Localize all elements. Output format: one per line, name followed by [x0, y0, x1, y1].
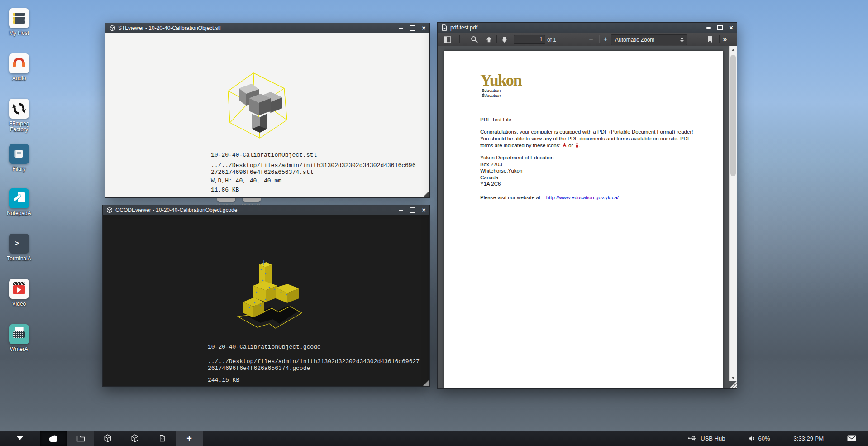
- scroll-down-button[interactable]: [730, 374, 737, 381]
- taskbar-gcodeviewer-button[interactable]: [121, 431, 148, 446]
- gcode-path-line1: ../../Desktop/files/admin/inith31302d323…: [208, 358, 420, 365]
- resize-grip[interactable]: [423, 379, 429, 386]
- sidebar-toggle-button[interactable]: [441, 34, 453, 45]
- paragraph-or: or: [568, 143, 573, 148]
- gcode-filename: 10-20-40-CalibrationObject.gcode: [208, 344, 420, 350]
- gcodeviewer-window: GCODEviewer - 10-20-40-CalibrationObject…: [102, 205, 430, 387]
- stlviewer-titlebar[interactable]: STLviewer - 10-20-40-CalibrationObject.s…: [105, 23, 429, 33]
- desktop-icon-writera[interactable]: WriterA: [4, 324, 34, 352]
- cube-icon: [109, 25, 115, 31]
- scroll-up-button[interactable]: [730, 46, 737, 53]
- minimize-button[interactable]: [706, 27, 711, 29]
- gcode-canvas: 10-20-40-CalibrationObject.gcode ../../D…: [103, 215, 429, 386]
- stl-dimensions: W,D,H: 40, 40, 40 mm: [211, 177, 415, 184]
- yukon-logo: Yukon Education Éducation: [480, 72, 521, 98]
- pdf-viewer-window: pdf-test.pdf × of 1 −: [437, 22, 737, 389]
- visit-text: Please visit our website at:: [480, 195, 542, 200]
- maximize-button[interactable]: [410, 25, 415, 31]
- pdf-scrollbar[interactable]: [729, 46, 737, 381]
- stlviewer-window: STLviewer - 10-20-40-CalibrationObject.s…: [105, 23, 430, 198]
- taskbar-stlviewer-button[interactable]: [94, 431, 121, 446]
- logo-subtitle-fr: Éducation: [482, 93, 521, 98]
- desktop-icon-video[interactable]: Video: [4, 279, 34, 307]
- server-icon: [9, 8, 29, 28]
- cloud-icon: [48, 435, 59, 442]
- desktop-icon-my-host[interactable]: My Host: [4, 8, 34, 36]
- desktop-icon-label: WriterA: [4, 346, 34, 352]
- visit-line: Please visit our website at: http://www.…: [480, 194, 619, 201]
- tray-clock[interactable]: 3:33:29 PM: [782, 435, 836, 442]
- usb-icon: [688, 436, 697, 441]
- website-link[interactable]: http://www.education.gov.yk.ca/: [546, 195, 619, 200]
- search-button[interactable]: [468, 34, 480, 45]
- zoom-out-button[interactable]: −: [585, 34, 597, 44]
- acrobat-form-icon: [562, 143, 567, 148]
- window-title: pdf-test.pdf: [450, 24, 702, 31]
- stl-filesize: 11.86 KB: [211, 187, 415, 193]
- tray-volume[interactable]: 60%: [737, 435, 782, 442]
- stl-file-info: 10-20-40-CalibrationObject.stl ../../Des…: [211, 152, 415, 193]
- pdf-form-icon: [575, 143, 579, 148]
- taskbar-cloud-button[interactable]: [40, 431, 67, 446]
- previous-page-button[interactable]: [483, 34, 495, 45]
- taskbar-show-apps-button[interactable]: [0, 431, 40, 446]
- bookmark-button[interactable]: [704, 34, 715, 45]
- pdf-titlebar[interactable]: pdf-test.pdf ×: [438, 23, 737, 33]
- maximize-button[interactable]: [410, 207, 415, 213]
- stl-path-line1: ../../Desktop/files/admin/inith31302d323…: [211, 162, 415, 169]
- maximize-button[interactable]: [717, 25, 723, 30]
- book-icon: [9, 144, 29, 164]
- desktop-icon-filary[interactable]: Filary: [4, 144, 34, 172]
- address-line: Yukon Department of Education: [480, 154, 553, 161]
- toolbar-separator: [719, 35, 720, 43]
- close-button[interactable]: ×: [422, 207, 426, 213]
- cube-icon: [131, 434, 139, 442]
- note-pen-icon: [9, 188, 29, 208]
- desktop-icon-notepada[interactable]: NotepadA: [4, 188, 34, 216]
- taskbar: + USB Hub 60: [0, 431, 868, 446]
- close-button[interactable]: ×: [422, 25, 426, 31]
- desktop-icon-label: My Host: [4, 30, 34, 36]
- next-page-button[interactable]: [498, 34, 510, 45]
- gcodeviewer-titlebar[interactable]: GCODEviewer - 10-20-40-CalibrationObject…: [103, 205, 429, 215]
- more-tools-button[interactable]: »: [723, 35, 727, 44]
- tray-usb[interactable]: USB Hub: [676, 435, 737, 442]
- select-spinner-icon: [677, 35, 687, 45]
- gcode-file-info: 10-20-40-CalibrationObject.gcode ../../D…: [208, 344, 420, 384]
- headphones-icon: [9, 53, 29, 73]
- minimize-button[interactable]: [399, 28, 403, 29]
- page-number-input[interactable]: [514, 35, 545, 44]
- resize-grip[interactable]: [423, 191, 429, 197]
- desktop-icon-audio[interactable]: Audio: [4, 53, 34, 82]
- cube-icon: [104, 434, 112, 442]
- stl-path-line2: 2726174696f6e4f626a656374.stl: [211, 169, 415, 176]
- taskbar-pdf-button[interactable]: [148, 431, 176, 446]
- paragraph-text: Congratulations, your computer is equipp…: [480, 129, 693, 148]
- scrollbar-thumb[interactable]: [730, 55, 736, 176]
- desktop-icon-terminala[interactable]: >_ TerminalA: [4, 234, 34, 262]
- usb-label: USB Hub: [701, 435, 725, 442]
- zoom-in-button[interactable]: +: [600, 34, 611, 44]
- zoom-level-select[interactable]: Automatic Zoom: [611, 34, 687, 45]
- tray-messages[interactable]: [835, 435, 868, 441]
- address-line: Whitehorse,Yukon: [480, 168, 553, 174]
- close-button[interactable]: ×: [729, 24, 733, 31]
- taskbar-new-button[interactable]: +: [176, 431, 203, 446]
- logo-wordmark: Yukon: [480, 72, 521, 88]
- desktop-icon-label: Video: [4, 301, 34, 307]
- desktop-icon-label: NotepadA: [4, 211, 34, 216]
- toolbar-separator: [599, 35, 599, 43]
- desktop-icon-ffmpeg-factory[interactable]: FFmpeg Factory: [4, 99, 34, 133]
- envelope-icon: [847, 435, 856, 441]
- pdf-document-icon: [441, 24, 448, 31]
- speaker-icon: [749, 436, 755, 441]
- taskbar-files-button[interactable]: [67, 431, 94, 446]
- minimize-button[interactable]: [399, 210, 403, 211]
- cube-icon: [106, 207, 113, 213]
- recycle-arrows-icon: [9, 99, 29, 119]
- address-line: Y1A 2C6: [480, 181, 553, 187]
- paragraph-end: .: [579, 143, 581, 148]
- pdf-content-area: Yukon Education Éducation PDF Test File …: [438, 46, 737, 388]
- toolbar-separator: [496, 35, 497, 43]
- pdf-page: Yukon Education Éducation PDF Test File …: [444, 51, 723, 388]
